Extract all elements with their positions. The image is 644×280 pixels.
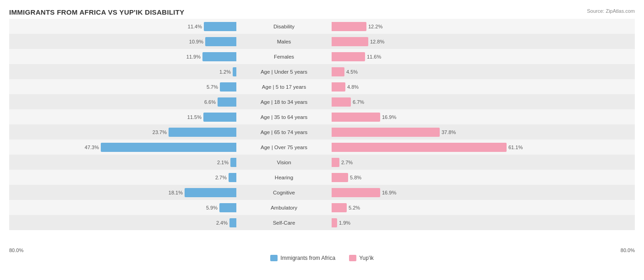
bar-blue xyxy=(233,67,236,76)
bar-right-container: 16.9% xyxy=(330,109,559,124)
bar-blue xyxy=(219,203,236,212)
chart-row: 47.3% Age | Over 75 years 61.1% xyxy=(9,140,635,155)
bar-left-container: 5.9% xyxy=(9,200,238,215)
bar-pink xyxy=(332,143,507,152)
chart-row: 10.9% Males 12.8% xyxy=(9,34,635,49)
val-left: 18.1% xyxy=(169,190,183,195)
val-left: 11.5% xyxy=(187,114,202,120)
row-label: Cognitive xyxy=(238,190,330,195)
row-label: Self-Care xyxy=(238,220,330,226)
bar-right-container: 37.8% xyxy=(330,124,559,140)
val-right: 2.7% xyxy=(341,160,353,165)
chart-row: 1.2% Age | Under 5 years 4.5% xyxy=(9,64,635,79)
bar-right-container: 12.8% xyxy=(330,34,559,49)
bar-left-container: 23.7% xyxy=(9,124,238,140)
val-left: 1.2% xyxy=(219,69,231,75)
bar-blue xyxy=(169,128,236,137)
val-right: 5.2% xyxy=(349,205,360,210)
chart-area: 11.4% Disability 12.2% 10.9% Males 12.8%… xyxy=(9,19,635,245)
bar-left-container: 47.3% xyxy=(9,140,238,155)
chart-row: 11.5% Age | 35 to 64 years 16.9% xyxy=(9,109,635,124)
chart-row: 5.9% Ambulatory 5.2% xyxy=(9,200,635,215)
row-label: Females xyxy=(238,54,330,59)
val-right: 11.6% xyxy=(367,54,381,59)
bar-left-container: 2.1% xyxy=(9,155,238,170)
val-right: 12.8% xyxy=(370,39,384,44)
chart-row: 6.6% Age | 18 to 34 years 6.7% xyxy=(9,94,635,109)
chart-container: IMMIGRANTS FROM AFRICA VS YUP'IK DISABIL… xyxy=(0,0,644,280)
val-left: 11.9% xyxy=(186,54,201,59)
bar-right-container: 4.8% xyxy=(330,79,559,94)
bar-blue xyxy=(101,143,236,152)
val-left: 5.9% xyxy=(206,205,218,210)
axis-labels: 80.0% 80.0% xyxy=(9,246,635,253)
bar-pink xyxy=(332,173,348,182)
bar-right-container: 12.2% xyxy=(330,19,559,34)
val-left: 23.7% xyxy=(153,129,167,135)
bar-blue xyxy=(204,22,236,31)
val-left: 6.6% xyxy=(204,99,216,105)
row-label: Age | 5 to 17 years xyxy=(238,84,330,90)
val-left: 2.1% xyxy=(217,160,229,165)
bar-pink xyxy=(332,203,347,212)
bar-left-container: 18.1% xyxy=(9,185,238,200)
bar-blue xyxy=(205,37,236,46)
val-right: 37.8% xyxy=(442,129,456,135)
axis-right: 80.0% xyxy=(406,248,635,253)
val-left: 10.9% xyxy=(189,39,203,44)
legend-blue-box xyxy=(270,255,278,261)
bar-left-container: 10.9% xyxy=(9,34,238,49)
axis-left: 80.0% xyxy=(9,248,238,253)
bar-right-container: 4.5% xyxy=(330,64,559,79)
bar-pink xyxy=(332,97,351,107)
bar-pink xyxy=(332,22,366,31)
bar-pink xyxy=(332,158,339,167)
val-right: 16.9% xyxy=(382,190,396,195)
bar-right-container: 1.9% xyxy=(330,215,559,230)
bar-blue xyxy=(202,52,236,61)
val-left: 2.7% xyxy=(215,175,227,180)
row-label: Age | 35 to 64 years xyxy=(238,114,330,120)
bar-left-container: 2.7% xyxy=(9,170,238,185)
val-right: 12.2% xyxy=(368,24,382,29)
val-left: 2.4% xyxy=(216,220,228,226)
bar-right-container: 5.2% xyxy=(330,200,559,215)
row-label: Age | 18 to 34 years xyxy=(238,99,330,105)
val-right: 5.8% xyxy=(350,175,361,180)
bar-right-container: 61.1% xyxy=(330,140,559,155)
val-right: 4.5% xyxy=(346,69,358,75)
bar-left-container: 11.9% xyxy=(9,49,238,64)
legend: Immigrants from Africa Yup'ik xyxy=(9,255,635,261)
val-left: 47.3% xyxy=(85,145,99,150)
bar-left-container: 6.6% xyxy=(9,94,238,109)
chart-row: 5.7% Age | 5 to 17 years 4.8% xyxy=(9,79,635,94)
bar-left-container: 11.5% xyxy=(9,109,238,124)
row-label: Age | 65 to 74 years xyxy=(238,129,330,135)
val-right: 16.9% xyxy=(382,114,396,120)
bar-pink xyxy=(332,37,368,46)
val-left: 5.7% xyxy=(207,84,218,90)
bar-right-container: 11.6% xyxy=(330,49,559,64)
legend-blue-label: Immigrants from Africa xyxy=(280,255,335,261)
bar-blue xyxy=(185,188,236,197)
legend-pink-box xyxy=(349,255,356,261)
bar-pink xyxy=(332,113,380,122)
bar-blue xyxy=(230,158,236,167)
row-label: Males xyxy=(238,39,330,44)
chart-row: 2.1% Vision 2.7% xyxy=(9,155,635,170)
bar-blue xyxy=(229,173,236,182)
val-right: 6.7% xyxy=(353,99,364,105)
bar-left-container: 1.2% xyxy=(9,64,238,79)
row-label: Ambulatory xyxy=(238,205,330,210)
legend-blue: Immigrants from Africa xyxy=(270,255,335,261)
row-label: Vision xyxy=(238,160,330,165)
bar-blue xyxy=(220,82,236,92)
bar-left-container: 5.7% xyxy=(9,79,238,94)
chart-row: 11.4% Disability 12.2% xyxy=(9,19,635,34)
row-label: Age | Under 5 years xyxy=(238,69,330,75)
chart-row: 11.9% Females 11.6% xyxy=(9,49,635,64)
chart-title: IMMIGRANTS FROM AFRICA VS YUP'IK DISABIL… xyxy=(9,8,635,16)
bar-pink xyxy=(332,67,344,76)
chart-row: 2.4% Self-Care 1.9% xyxy=(9,215,635,230)
legend-pink: Yup'ik xyxy=(349,255,374,261)
